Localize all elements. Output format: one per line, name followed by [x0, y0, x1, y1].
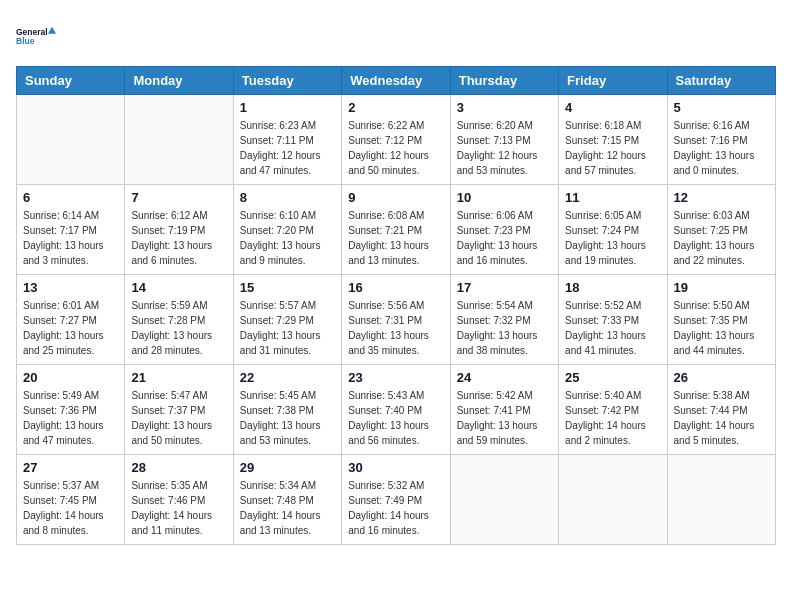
- calendar-cell: 13 Sunrise: 6:01 AMSunset: 7:27 PMDaylig…: [17, 275, 125, 365]
- day-info: Sunrise: 6:14 AMSunset: 7:17 PMDaylight:…: [23, 210, 104, 266]
- calendar-cell: 24 Sunrise: 5:42 AMSunset: 7:41 PMDaylig…: [450, 365, 558, 455]
- day-number: 16: [348, 280, 443, 295]
- logo-svg: General Blue: [16, 16, 56, 56]
- calendar-cell: 26 Sunrise: 5:38 AMSunset: 7:44 PMDaylig…: [667, 365, 775, 455]
- calendar-cell: 21 Sunrise: 5:47 AMSunset: 7:37 PMDaylig…: [125, 365, 233, 455]
- day-number: 30: [348, 460, 443, 475]
- day-number: 12: [674, 190, 769, 205]
- calendar-cell: 11 Sunrise: 6:05 AMSunset: 7:24 PMDaylig…: [559, 185, 667, 275]
- calendar-cell: 29 Sunrise: 5:34 AMSunset: 7:48 PMDaylig…: [233, 455, 341, 545]
- calendar-cell: 19 Sunrise: 5:50 AMSunset: 7:35 PMDaylig…: [667, 275, 775, 365]
- day-number: 19: [674, 280, 769, 295]
- day-info: Sunrise: 5:56 AMSunset: 7:31 PMDaylight:…: [348, 300, 429, 356]
- weekday-header: Friday: [559, 67, 667, 95]
- day-number: 27: [23, 460, 118, 475]
- day-number: 21: [131, 370, 226, 385]
- calendar-cell: 6 Sunrise: 6:14 AMSunset: 7:17 PMDayligh…: [17, 185, 125, 275]
- day-info: Sunrise: 6:23 AMSunset: 7:11 PMDaylight:…: [240, 120, 321, 176]
- calendar-cell: 20 Sunrise: 5:49 AMSunset: 7:36 PMDaylig…: [17, 365, 125, 455]
- day-number: 28: [131, 460, 226, 475]
- day-number: 18: [565, 280, 660, 295]
- weekday-header: Wednesday: [342, 67, 450, 95]
- day-info: Sunrise: 5:54 AMSunset: 7:32 PMDaylight:…: [457, 300, 538, 356]
- header: General Blue: [16, 16, 776, 56]
- day-info: Sunrise: 5:43 AMSunset: 7:40 PMDaylight:…: [348, 390, 429, 446]
- calendar-cell: 7 Sunrise: 6:12 AMSunset: 7:19 PMDayligh…: [125, 185, 233, 275]
- day-info: Sunrise: 6:10 AMSunset: 7:20 PMDaylight:…: [240, 210, 321, 266]
- calendar-cell: 2 Sunrise: 6:22 AMSunset: 7:12 PMDayligh…: [342, 95, 450, 185]
- day-info: Sunrise: 6:08 AMSunset: 7:21 PMDaylight:…: [348, 210, 429, 266]
- day-number: 11: [565, 190, 660, 205]
- logo: General Blue: [16, 16, 56, 56]
- day-number: 4: [565, 100, 660, 115]
- day-info: Sunrise: 6:06 AMSunset: 7:23 PMDaylight:…: [457, 210, 538, 266]
- calendar-week-row: 27 Sunrise: 5:37 AMSunset: 7:45 PMDaylig…: [17, 455, 776, 545]
- day-info: Sunrise: 5:49 AMSunset: 7:36 PMDaylight:…: [23, 390, 104, 446]
- calendar-cell: 5 Sunrise: 6:16 AMSunset: 7:16 PMDayligh…: [667, 95, 775, 185]
- day-number: 15: [240, 280, 335, 295]
- day-number: 9: [348, 190, 443, 205]
- calendar-cell: [450, 455, 558, 545]
- calendar-week-row: 6 Sunrise: 6:14 AMSunset: 7:17 PMDayligh…: [17, 185, 776, 275]
- calendar-cell: 12 Sunrise: 6:03 AMSunset: 7:25 PMDaylig…: [667, 185, 775, 275]
- calendar-cell: 17 Sunrise: 5:54 AMSunset: 7:32 PMDaylig…: [450, 275, 558, 365]
- day-info: Sunrise: 6:05 AMSunset: 7:24 PMDaylight:…: [565, 210, 646, 266]
- day-number: 6: [23, 190, 118, 205]
- day-info: Sunrise: 5:38 AMSunset: 7:44 PMDaylight:…: [674, 390, 755, 446]
- day-info: Sunrise: 6:12 AMSunset: 7:19 PMDaylight:…: [131, 210, 212, 266]
- weekday-header: Saturday: [667, 67, 775, 95]
- day-number: 25: [565, 370, 660, 385]
- calendar-cell: 30 Sunrise: 5:32 AMSunset: 7:49 PMDaylig…: [342, 455, 450, 545]
- day-number: 23: [348, 370, 443, 385]
- calendar-cell: [17, 95, 125, 185]
- day-number: 24: [457, 370, 552, 385]
- day-info: Sunrise: 6:18 AMSunset: 7:15 PMDaylight:…: [565, 120, 646, 176]
- calendar-cell: 25 Sunrise: 5:40 AMSunset: 7:42 PMDaylig…: [559, 365, 667, 455]
- weekday-header-row: SundayMondayTuesdayWednesdayThursdayFrid…: [17, 67, 776, 95]
- day-info: Sunrise: 5:40 AMSunset: 7:42 PMDaylight:…: [565, 390, 646, 446]
- weekday-header: Tuesday: [233, 67, 341, 95]
- calendar-cell: 9 Sunrise: 6:08 AMSunset: 7:21 PMDayligh…: [342, 185, 450, 275]
- calendar-cell: 1 Sunrise: 6:23 AMSunset: 7:11 PMDayligh…: [233, 95, 341, 185]
- day-info: Sunrise: 5:59 AMSunset: 7:28 PMDaylight:…: [131, 300, 212, 356]
- day-info: Sunrise: 6:01 AMSunset: 7:27 PMDaylight:…: [23, 300, 104, 356]
- day-number: 3: [457, 100, 552, 115]
- day-number: 1: [240, 100, 335, 115]
- calendar-cell: 22 Sunrise: 5:45 AMSunset: 7:38 PMDaylig…: [233, 365, 341, 455]
- svg-text:Blue: Blue: [16, 36, 35, 46]
- calendar-week-row: 20 Sunrise: 5:49 AMSunset: 7:36 PMDaylig…: [17, 365, 776, 455]
- day-number: 2: [348, 100, 443, 115]
- weekday-header: Monday: [125, 67, 233, 95]
- calendar-cell: 28 Sunrise: 5:35 AMSunset: 7:46 PMDaylig…: [125, 455, 233, 545]
- day-info: Sunrise: 5:47 AMSunset: 7:37 PMDaylight:…: [131, 390, 212, 446]
- day-info: Sunrise: 5:37 AMSunset: 7:45 PMDaylight:…: [23, 480, 104, 536]
- day-number: 22: [240, 370, 335, 385]
- day-info: Sunrise: 5:45 AMSunset: 7:38 PMDaylight:…: [240, 390, 321, 446]
- day-number: 14: [131, 280, 226, 295]
- calendar-cell: 10 Sunrise: 6:06 AMSunset: 7:23 PMDaylig…: [450, 185, 558, 275]
- day-number: 10: [457, 190, 552, 205]
- calendar-cell: 23 Sunrise: 5:43 AMSunset: 7:40 PMDaylig…: [342, 365, 450, 455]
- day-info: Sunrise: 6:22 AMSunset: 7:12 PMDaylight:…: [348, 120, 429, 176]
- day-info: Sunrise: 5:34 AMSunset: 7:48 PMDaylight:…: [240, 480, 321, 536]
- calendar-week-row: 1 Sunrise: 6:23 AMSunset: 7:11 PMDayligh…: [17, 95, 776, 185]
- weekday-header: Thursday: [450, 67, 558, 95]
- svg-marker-2: [48, 27, 56, 34]
- day-info: Sunrise: 5:35 AMSunset: 7:46 PMDaylight:…: [131, 480, 212, 536]
- calendar-cell: 14 Sunrise: 5:59 AMSunset: 7:28 PMDaylig…: [125, 275, 233, 365]
- calendar-cell: 27 Sunrise: 5:37 AMSunset: 7:45 PMDaylig…: [17, 455, 125, 545]
- day-info: Sunrise: 5:32 AMSunset: 7:49 PMDaylight:…: [348, 480, 429, 536]
- calendar-cell: 8 Sunrise: 6:10 AMSunset: 7:20 PMDayligh…: [233, 185, 341, 275]
- day-number: 7: [131, 190, 226, 205]
- calendar-week-row: 13 Sunrise: 6:01 AMSunset: 7:27 PMDaylig…: [17, 275, 776, 365]
- day-number: 17: [457, 280, 552, 295]
- calendar-cell: [125, 95, 233, 185]
- calendar-cell: 3 Sunrise: 6:20 AMSunset: 7:13 PMDayligh…: [450, 95, 558, 185]
- day-number: 29: [240, 460, 335, 475]
- calendar-cell: 16 Sunrise: 5:56 AMSunset: 7:31 PMDaylig…: [342, 275, 450, 365]
- day-info: Sunrise: 5:57 AMSunset: 7:29 PMDaylight:…: [240, 300, 321, 356]
- calendar-cell: 18 Sunrise: 5:52 AMSunset: 7:33 PMDaylig…: [559, 275, 667, 365]
- day-info: Sunrise: 6:16 AMSunset: 7:16 PMDaylight:…: [674, 120, 755, 176]
- calendar-cell: [667, 455, 775, 545]
- day-info: Sunrise: 6:03 AMSunset: 7:25 PMDaylight:…: [674, 210, 755, 266]
